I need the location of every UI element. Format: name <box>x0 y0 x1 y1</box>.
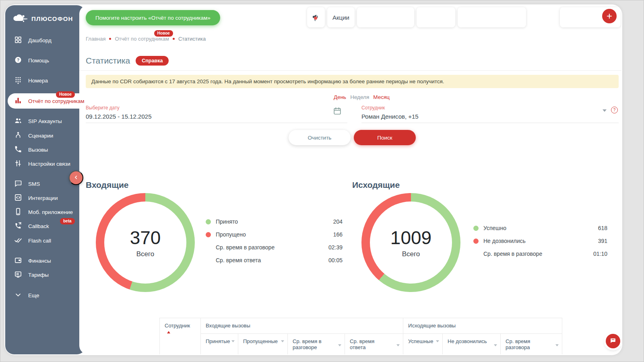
legend-label: Принято <box>216 218 333 225</box>
outgoing-chart-title: Исходящие <box>352 180 400 190</box>
sidebar-item-integrations[interactable]: Интеграции <box>14 193 58 203</box>
clear-button[interactable]: Очистить <box>289 130 351 145</box>
column-header-missed[interactable]: Пропущенные <box>238 334 288 355</box>
column-header-avg-answer-time[interactable]: Ср. время ответа <box>345 334 403 355</box>
sidebar-item-calls[interactable]: Вызовы <box>14 145 48 154</box>
divider <box>79 70 621 71</box>
outgoing-total-label: Всего <box>402 250 420 258</box>
sidebar-item-label: Вызовы <box>28 147 48 153</box>
sort-caret-icon <box>396 344 400 346</box>
employee-select[interactable]: Роман Денисов, +15 <box>361 113 419 120</box>
calendar-icon[interactable] <box>333 107 342 117</box>
sidebar-item-dashboard[interactable]: Дашборд <box>14 35 52 45</box>
outgoing-total-value: 1009 <box>390 227 431 249</box>
dashboard-icon <box>14 36 22 45</box>
chevron-left-icon <box>73 174 79 182</box>
svg-text:?: ? <box>17 57 20 62</box>
question-help-icon[interactable]: ? <box>611 107 618 113</box>
green-dot-icon <box>473 226 479 231</box>
notification-dot <box>314 16 317 20</box>
help-reference-badge[interactable]: Справка <box>136 56 169 66</box>
sort-caret-icon <box>555 344 559 346</box>
sidebar-item-connection-settings[interactable]: Настройки связи <box>14 159 70 169</box>
add-button[interactable]: + <box>602 9 617 23</box>
stat-value: 00:05 <box>328 257 343 263</box>
column-header-employee[interactable]: Сотрудник <box>160 318 201 355</box>
mobile-app-icon <box>14 208 22 217</box>
sidebar-item-finance[interactable]: Финансы <box>14 256 51 265</box>
sidebar-item-scenarios[interactable]: Сценарии <box>14 131 53 140</box>
sidebar-item-sms[interactable]: SMS <box>14 179 40 189</box>
sidebar-item-label: Помощь <box>28 58 49 64</box>
column-header-avg-call-time[interactable]: Ср. время разговора <box>501 334 562 355</box>
topbar-card[interactable] <box>417 7 455 27</box>
legend-value: 204 <box>333 218 343 225</box>
date-field-label: Выберите дату <box>86 105 120 111</box>
tab-day[interactable]: День <box>334 94 346 100</box>
sidebar-item-label: Финансы <box>28 258 51 264</box>
group-header-incoming: Входящие вызовы <box>201 318 403 334</box>
promos-button[interactable]: Акции <box>327 7 355 27</box>
topbar-card[interactable] <box>357 7 414 27</box>
sidebar-item-mobile-app[interactable]: Моб. приложение <box>14 207 73 217</box>
sidebar-item-more[interactable]: Еще <box>14 290 39 300</box>
promos-label: Акции <box>332 14 349 21</box>
red-dot-icon <box>206 232 211 237</box>
breadcrumb-employee-report[interactable]: Отчёт по сотрудникам Новое <box>115 36 169 42</box>
column-header-avg-talk-time[interactable]: Ср. время в разговоре <box>288 334 345 355</box>
breadcrumb: Главная Отчёт по сотрудникам Новое Стати… <box>86 36 206 42</box>
connection-settings-icon <box>14 159 22 169</box>
legend-row: Успешно 618 <box>473 224 607 232</box>
sort-caret-icon <box>231 340 235 342</box>
announcements-button[interactable] <box>307 7 325 27</box>
sidebar-item-label: SMS <box>28 181 40 187</box>
column-header-successful[interactable]: Успешные <box>403 334 443 355</box>
sidebar-item-label: Callback <box>28 223 49 229</box>
sidebar-item-label: Моб. приложение <box>28 209 73 215</box>
sidebar-item-label: Еще <box>28 292 39 298</box>
sidebar-item-tariffs[interactable]: Тарифы <box>14 270 49 280</box>
sidebar-item-label: Номера <box>28 78 48 84</box>
date-range-input[interactable]: 09.12.2025 - 15.12.2025 <box>86 113 151 120</box>
sidebar-item-label: Flash call <box>28 238 51 244</box>
breadcrumb-dot-separator <box>109 38 111 40</box>
beta-badge: beta <box>60 218 75 224</box>
tariffs-icon <box>14 270 22 280</box>
legend-row: Ср. время в разговоре 01:10 <box>473 249 607 258</box>
legend-value: 391 <box>598 238 607 244</box>
brand-name: ПЛЮСОФОН <box>31 15 73 22</box>
select-caret-icon[interactable] <box>603 109 607 112</box>
sidebar-item-label: Отчёт по сотрудникам <box>28 98 85 104</box>
support-chat-button[interactable] <box>606 334 620 348</box>
outgoing-donut: 1009 Всего <box>361 193 460 292</box>
sort-caret-icon <box>338 344 341 346</box>
legend-row: Пропущено 166 <box>206 230 343 239</box>
tab-month[interactable]: Месяц <box>373 94 390 100</box>
integrations-icon <box>14 193 22 203</box>
sort-caret-icon <box>436 340 439 342</box>
page-title: Статистика <box>86 56 130 66</box>
topbar-card[interactable] <box>458 7 526 27</box>
column-header-not-reached[interactable]: Не дозвонились <box>443 334 501 355</box>
sidebar-collapse-button[interactable] <box>69 171 83 185</box>
sidebar-item-numbers[interactable]: Номера <box>14 76 48 85</box>
brand-logo[interactable]: ПЛЮСОФОН <box>12 12 73 25</box>
sort-caret-icon <box>494 344 497 346</box>
breadcrumb-home[interactable]: Главная <box>86 36 105 42</box>
sidebar-item-help[interactable]: ? Помощь <box>14 56 49 65</box>
search-button[interactable]: Поиск <box>354 130 416 145</box>
setup-help-button[interactable]: Помогите настроить «Отчёт по сотрудникам… <box>86 10 220 25</box>
sidebar-item-callback[interactable]: Callback <box>14 221 49 231</box>
sidebar-item-sip-accounts[interactable]: SIP Аккаунты <box>14 116 62 126</box>
sidebar-item-label: Дашборд <box>28 37 52 43</box>
flash-call-icon <box>14 236 22 245</box>
sidebar-item-flash-call[interactable]: Flash call <box>14 236 51 245</box>
column-header-accepted[interactable]: Принятые <box>201 334 238 355</box>
incoming-donut: 370 Всего <box>96 193 195 292</box>
red-dot-icon <box>473 239 479 244</box>
legend-label: Не дозвонились <box>483 238 598 244</box>
sidebar-item-label: Тарифы <box>28 272 49 278</box>
sip-accounts-icon <box>14 117 22 126</box>
tab-week[interactable]: Неделя <box>350 94 369 100</box>
scenarios-icon <box>14 131 22 140</box>
